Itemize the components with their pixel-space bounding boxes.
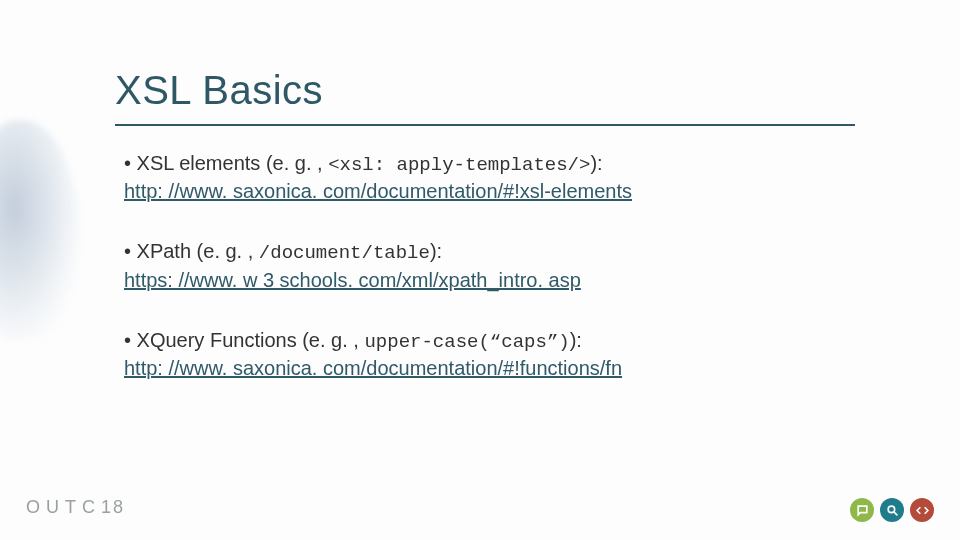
bullet-example-close: ): — [590, 152, 602, 174]
footer-brand-year: 18 — [101, 497, 125, 517]
bullet-code: /document/table — [259, 242, 430, 264]
slide-title: XSL Basics — [115, 68, 323, 113]
svg-line-1 — [894, 512, 897, 515]
svg-point-0 — [888, 506, 895, 513]
bullet-item: • XQuery Functions (e. g. , upper-case(“… — [124, 327, 864, 381]
decorative-watercolor — [0, 120, 80, 340]
slide-body: • XSL elements (e. g. , <xsl: apply-temp… — [124, 150, 864, 415]
bullet-item: • XSL elements (e. g. , <xsl: apply-temp… — [124, 150, 864, 204]
code-icon — [910, 498, 934, 522]
title-underline — [115, 124, 855, 126]
bullet-lead: XQuery Functions — [137, 329, 297, 351]
footer-brand-text: OUTC — [26, 497, 101, 517]
bullet-code: <xsl: apply-templates/> — [328, 154, 590, 176]
bullet-example-open: (e. g. , — [191, 240, 259, 262]
footer-brand: OUTC18 — [26, 497, 125, 518]
bullet-marker: • — [124, 329, 137, 351]
bullet-marker: • — [124, 152, 137, 174]
search-icon — [880, 498, 904, 522]
bullet-example-open: (e. g. , — [260, 152, 328, 174]
bullet-lead: XPath — [137, 240, 191, 262]
bullet-lead: XSL elements — [137, 152, 261, 174]
footer-icons — [850, 498, 934, 522]
bullet-example-open: (e. g. , — [297, 329, 365, 351]
bullet-item: • XPath (e. g. , /document/table): https… — [124, 238, 864, 292]
bullet-example-close: ): — [430, 240, 442, 262]
bullet-example-close: ): — [570, 329, 582, 351]
bullet-link[interactable]: https: //www. w 3 schools. com/xml/xpath… — [124, 269, 581, 291]
bullet-link[interactable]: http: //www. saxonica. com/documentation… — [124, 357, 622, 379]
bullet-code: upper-case(“caps”) — [364, 331, 569, 353]
slide: XSL Basics • XSL elements (e. g. , <xsl:… — [0, 0, 960, 540]
bullet-marker: • — [124, 240, 137, 262]
bullet-link[interactable]: http: //www. saxonica. com/documentation… — [124, 180, 632, 202]
chat-icon — [850, 498, 874, 522]
